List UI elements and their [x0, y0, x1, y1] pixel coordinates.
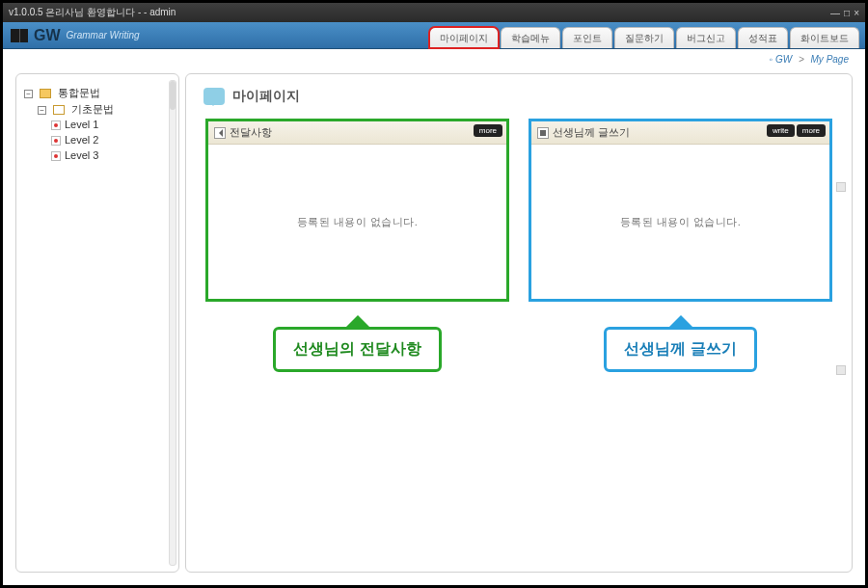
panel-write-body: 등록된 내용이 없습니다.	[531, 145, 829, 299]
play-icon	[214, 127, 226, 139]
tab-2[interactable]: 포인트	[562, 27, 612, 48]
close-button[interactable]: ×	[854, 8, 859, 18]
tree-group-label[interactable]: 기초문법	[71, 103, 114, 115]
tab-1[interactable]: 학습메뉴	[501, 27, 560, 48]
top-menu-bar: GW Grammar Writing 마이페이지학습메뉴포인트질문하기버그신고성…	[3, 22, 865, 49]
breadcrumb-root[interactable]: GW	[775, 54, 792, 65]
leaf-icon	[51, 151, 61, 161]
tab-0[interactable]: 마이페이지	[429, 27, 499, 48]
book-icon	[11, 29, 28, 42]
breadcrumb: ◦ GW > My Page	[6, 52, 862, 69]
tree-leaf-label[interactable]: Level 1	[65, 119, 98, 130]
minimize-button[interactable]: ―	[830, 8, 840, 18]
top-tabs: 마이페이지학습메뉴포인트질문하기버그신고성적표화이트보드	[429, 27, 859, 48]
sidebar-scrollbar[interactable]	[169, 80, 176, 566]
panel-write-header: 선생님께 글쓰기 write more	[531, 121, 829, 145]
brand-name: GW	[34, 27, 61, 44]
tab-5[interactable]: 성적표	[738, 27, 788, 48]
main-panel: 마이페이지 전달사항 more 등록된 내용이 없습니	[185, 73, 853, 573]
panel-write-empty: 등록된 내용이 없습니다.	[620, 215, 742, 229]
scroll-mark-icon[interactable]	[836, 365, 846, 375]
breadcrumb-sep: >	[799, 54, 804, 65]
tree-root[interactable]: − 통합문법 − 기초문법 Level 1Level 2Level 3	[24, 84, 171, 167]
panel-notices-buttons: more	[474, 124, 502, 137]
more-button[interactable]: more	[797, 124, 826, 137]
panel-write: 선생님께 글쓰기 write more 등록된 내용이 없습니다. 선생님께 글…	[529, 119, 832, 372]
sidebar-scroll-thumb[interactable]	[170, 81, 176, 110]
window-controls: ― □ ×	[830, 8, 859, 18]
more-button[interactable]: more	[474, 124, 502, 137]
bubble-icon	[203, 88, 225, 105]
breadcrumb-leaf: My Page	[811, 54, 849, 65]
leaf-icon	[51, 136, 61, 146]
brand-subtitle: Grammar Writing	[67, 30, 140, 40]
page-title-row: 마이페이지	[203, 88, 834, 105]
panels: 전달사항 more 등록된 내용이 없습니다. 선생님의 전달사항	[205, 119, 832, 372]
right-scroll-marks	[836, 182, 846, 375]
panel-notices-box: 전달사항 more 등록된 내용이 없습니다.	[205, 119, 509, 302]
tab-6[interactable]: 화이트보드	[790, 27, 859, 48]
tab-3[interactable]: 질문하기	[614, 27, 674, 48]
callout-arrow	[667, 302, 694, 329]
tree-leaf-label[interactable]: Level 3	[65, 149, 98, 161]
maximize-button[interactable]: □	[844, 8, 850, 18]
page-title: 마이페이지	[232, 88, 300, 105]
square-icon	[537, 127, 549, 139]
tree-leaf[interactable]: Level 1	[51, 117, 171, 132]
brand: GW Grammar Writing	[11, 27, 140, 44]
tree-leaf[interactable]: Level 3	[51, 147, 171, 163]
callout-notices: 선생님의 전달사항	[273, 327, 441, 372]
window-title: v1.0.0.5 은리사님 환영합니다 - - admin	[9, 6, 176, 19]
window-titlebar: v1.0.0.5 은리사님 환영합니다 - - admin ― □ ×	[3, 3, 865, 22]
panel-write-title: 선생님께 글쓰기	[553, 125, 630, 140]
panel-notices-body: 등록된 내용이 없습니다.	[208, 145, 506, 299]
panel-write-box: 선생님께 글쓰기 write more 등록된 내용이 없습니다.	[529, 119, 832, 302]
folder-icon	[40, 89, 51, 98]
leaf-icon	[51, 120, 61, 130]
panel-notices-empty: 등록된 내용이 없습니다.	[297, 215, 419, 229]
panel-notices-title: 전달사항	[230, 125, 272, 140]
tree-leaf-label[interactable]: Level 2	[65, 134, 98, 146]
content-area: ◦ GW > My Page − 통합문법 − 기초문법	[6, 52, 862, 582]
tree-group[interactable]: − 기초문법 Level 1Level 2Level 3	[38, 100, 171, 165]
write-button[interactable]: write	[767, 124, 795, 137]
tab-4[interactable]: 버그신고	[676, 27, 736, 48]
nav-tree: − 통합문법 − 기초문법 Level 1Level 2Level 3	[24, 84, 171, 167]
callout-arrow	[344, 302, 371, 329]
collapse-icon[interactable]: −	[38, 106, 46, 115]
panel-write-buttons: write more	[767, 124, 826, 137]
collapse-icon[interactable]: −	[24, 90, 33, 98]
panel-notices-header: 전달사항 more	[208, 121, 506, 145]
tree-root-label[interactable]: 통합문법	[58, 87, 100, 98]
scroll-mark-icon[interactable]	[836, 182, 846, 192]
callout-write: 선생님께 글쓰기	[604, 327, 756, 372]
body-grid: − 통합문법 − 기초문법 Level 1Level 2Level 3	[6, 69, 862, 582]
sidebar: − 통합문법 − 기초문법 Level 1Level 2Level 3	[15, 73, 179, 573]
folder-open-icon	[53, 105, 65, 115]
panel-notices: 전달사항 more 등록된 내용이 없습니다. 선생님의 전달사항	[205, 119, 509, 372]
tree-leaf[interactable]: Level 2	[51, 132, 171, 147]
